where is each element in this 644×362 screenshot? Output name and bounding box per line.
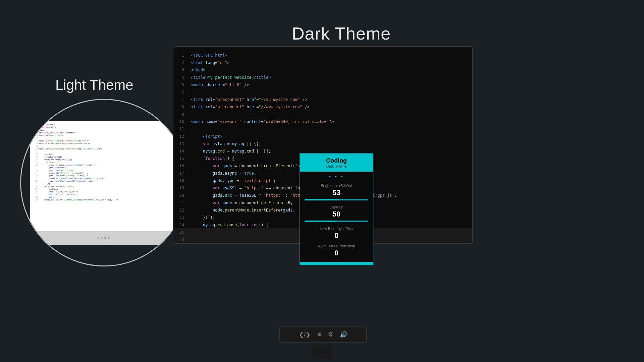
line-num: 18: [173, 177, 187, 184]
line-numbers: 1 2 3 4 5 6 7 8 9 10 11 12 13 14 15 16 1…: [173, 47, 187, 228]
taskbar-apps-icon[interactable]: ≡: [317, 331, 321, 338]
dark-theme-title: Dark Theme: [292, 23, 391, 44]
line-num: 8: [173, 103, 187, 111]
osd-brightness-label: Brightness (B.I.On): [305, 184, 368, 188]
line-num: 24: [173, 221, 187, 229]
line-num: 23: [173, 214, 187, 221]
osd-subtitle: Dark Theme: [303, 164, 370, 168]
osd-brightness-value: 53: [305, 188, 368, 197]
line-num: 10: [173, 118, 187, 125]
line-num: 21: [173, 199, 187, 206]
osd-night-hours-value: 0: [305, 249, 368, 257]
osd-popup[interactable]: Coding Dark Theme • • • Brightness (B.I.…: [300, 153, 373, 265]
code-line-4: <title>My perfect website</title>: [191, 74, 468, 81]
line-num: 15: [173, 155, 187, 162]
line-num: 3: [173, 66, 187, 74]
line-num: 13: [173, 140, 187, 147]
light-brand: BenQ: [98, 236, 110, 240]
code-line-1: <!DOCTYPE html>: [191, 52, 468, 59]
line-num: 2: [173, 59, 187, 66]
code-line-13: var mytag = mytag || {};: [191, 140, 468, 147]
line-num: 14: [173, 147, 187, 155]
line-num: 19: [173, 184, 187, 192]
osd-contrast-fill: [305, 221, 336, 222]
line-num: 1: [173, 52, 187, 59]
line-num: 4: [173, 74, 187, 81]
light-monitor-screen: 1<!DOCTYPE html> 2<html lang="en"> 3<hea…: [30, 121, 178, 231]
light-monitor: 1<!DOCTYPE html> 2<html lang="en"> 3<hea…: [30, 121, 178, 245]
light-theme-title: Light Theme: [55, 77, 133, 93]
line-num: 20: [173, 192, 187, 199]
code-line-9: [191, 111, 468, 118]
line-num: 26: [173, 236, 187, 243]
line-num: 22: [173, 206, 187, 214]
taskbar-audio-icon[interactable]: 🔊: [340, 331, 347, 338]
code-line-2: <html lang="en">: [191, 59, 468, 66]
osd-contrast-value: 50: [305, 210, 368, 219]
line-num: 25: [173, 229, 187, 236]
line-num: 17: [173, 170, 187, 177]
osd-title: Coding: [303, 157, 370, 164]
osd-contrast-row: Contrast 50: [300, 203, 373, 221]
osd-night-hours-label: Night Hours Protection: [305, 244, 368, 248]
code-line-12: <script>: [191, 133, 468, 140]
monitor-base: [312, 345, 332, 359]
osd-brightness-fill: [305, 199, 338, 200]
osd-brightness-row: Brightness (B.I.On) 53: [300, 182, 373, 199]
line-num: 7: [173, 96, 187, 103]
taskbar-settings-icon[interactable]: ⚙: [328, 331, 333, 338]
line-num: 16: [173, 162, 187, 170]
light-monitor-circle: 1<!DOCTYPE html> 2<html lang="en"> 3<hea…: [20, 99, 188, 266]
code-line-8: <link rel="preconnect" href="//www.mysit…: [191, 103, 468, 111]
code-line-5: <meta charset="utf-8" />: [191, 81, 468, 88]
osd-low-blue-label: Low Blue Light Plus: [305, 227, 368, 231]
osd-night-hours-row: Night Hours Protection 0: [300, 242, 373, 259]
code-line-6: [191, 88, 468, 96]
line-num: 9: [173, 111, 187, 118]
code-line-3: <head>: [191, 66, 468, 74]
line-num: 11: [173, 125, 187, 133]
line-num: 12: [173, 133, 187, 140]
line-num: 5: [173, 81, 187, 88]
line-num: 6: [173, 88, 187, 96]
osd-low-blue-value: 0: [305, 231, 368, 240]
osd-dots: • • •: [300, 172, 373, 182]
osd-low-blue-row: Low Blue Light Plus 0: [300, 225, 373, 242]
taskbar-code-icon[interactable]: ❮/❯: [299, 331, 311, 338]
osd-bottom-bar: [300, 262, 373, 265]
code-line-11: [191, 125, 468, 133]
taskbar: ❮/❯ ≡ ⚙ 🔊: [279, 326, 367, 343]
code-line-7: <link rel="preconnect" href="//s3.mysite…: [191, 96, 468, 103]
osd-contrast-bar: [305, 221, 368, 222]
osd-brightness-bar: [305, 199, 368, 200]
osd-header: Coding Dark Theme: [300, 154, 373, 172]
osd-contrast-label: Contrast: [305, 205, 368, 209]
code-line-10: <meta name="viewport" content="width=640…: [191, 118, 468, 125]
line-num: 27: [173, 243, 187, 244]
